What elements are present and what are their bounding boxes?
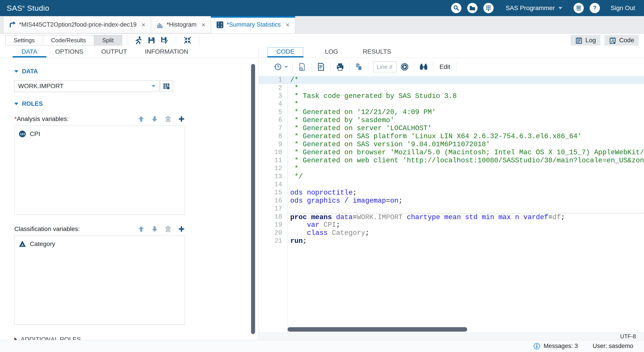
data-section-header[interactable]: DATA — [14, 68, 259, 75]
log-button[interactable]: Log — [570, 35, 600, 46]
code-line[interactable]: 20 class Category; — [259, 229, 644, 237]
code-line[interactable]: 10 * Generated on browser 'Mozilla/5.0 (… — [259, 148, 644, 157]
list-item[interactable]: A Category — [14, 239, 184, 249]
vertical-scrollbar[interactable] — [251, 64, 255, 334]
edit-button[interactable]: Edit — [438, 63, 452, 70]
save-icon[interactable] — [146, 35, 157, 46]
close-icon[interactable]: × — [286, 21, 290, 28]
code-line[interactable]: 3 * Task code generated by SAS Studio 3.… — [259, 92, 644, 100]
main-split: DATA OPTIONS OUTPUT INFORMATION DATA WOR… — [0, 47, 644, 340]
analysis-variables-list[interactable]: 123 CPI — [14, 126, 185, 215]
code-line[interactable]: 9 * Generated on SAS version '9.04.01M6P… — [259, 140, 644, 148]
code-line[interactable]: 4 * — [259, 100, 644, 108]
svg-text:x̄: x̄ — [221, 25, 222, 28]
toolbar-separator — [368, 62, 369, 72]
code-line[interactable]: 15ods noproctitle; — [259, 189, 644, 197]
add-icon[interactable] — [178, 116, 185, 122]
code-results-view-button[interactable]: Code/Results — [43, 35, 94, 45]
history-icon[interactable] — [273, 61, 288, 72]
code-button[interactable]: Code — [604, 35, 639, 46]
code-line[interactable]: 21run; — [259, 237, 644, 245]
document-toolbar: Settings Code/Results Split Log — [0, 33, 644, 47]
tab-summary-statistics[interactable]: Σασx̄ *Summary Statistics × — [211, 16, 295, 33]
sign-out-button[interactable]: Sign Out — [611, 4, 635, 12]
code-editor[interactable]: 1/*2 *3 * Task code generated by SAS Stu… — [259, 76, 644, 333]
code-line[interactable]: 12 * — [259, 165, 644, 173]
code-line[interactable]: 19 var CPI; — [259, 221, 644, 229]
code-line[interactable]: 2 * — [259, 84, 644, 92]
open-code-in-editor-icon[interactable] — [297, 61, 307, 72]
delete-icon[interactable] — [165, 226, 172, 232]
choose-table-button[interactable] — [160, 80, 173, 92]
tab-histogram[interactable]: *Histogram × — [151, 16, 211, 33]
tab-results[interactable]: RESULTS — [354, 47, 400, 57]
search-icon[interactable] — [451, 3, 462, 13]
status-bar: Messages: 3 User: sasdemo — [0, 340, 644, 352]
move-down-icon[interactable] — [151, 226, 158, 232]
code-line[interactable]: 7 * Generated on server 'LOCALHOST' — [259, 124, 644, 132]
additional-roles-header[interactable]: ADDITIONAL ROLES — [14, 336, 259, 340]
code-line[interactable]: 14 — [259, 181, 644, 189]
settings-tab-bar: DATA OPTIONS OUTPUT INFORMATION — [0, 47, 259, 58]
delete-icon[interactable] — [165, 116, 172, 122]
code-text: * Generated on web client 'http://localh… — [288, 157, 644, 165]
goto-line-icon[interactable] — [400, 61, 410, 72]
code-text: ods noproctitle; — [288, 189, 644, 197]
print-icon[interactable] — [335, 61, 345, 72]
messages-status[interactable]: Messages: 3 — [533, 343, 578, 350]
tab-options[interactable]: OPTIONS — [46, 47, 92, 57]
classification-variables-list[interactable]: A Category — [14, 236, 185, 325]
tab-information[interactable]: INFORMATION — [136, 47, 197, 57]
tab-log[interactable]: LOG — [316, 47, 347, 57]
code-line[interactable]: 11 * Generated on web client 'http://loc… — [259, 157, 644, 165]
code-line[interactable]: 6 * Generated by 'sasdemo' — [259, 116, 644, 124]
code-line[interactable]: 17 — [259, 205, 644, 213]
roles-section-header[interactable]: ROLES — [14, 100, 259, 107]
split-view-button[interactable]: Split — [94, 35, 122, 45]
dropdown-caret-icon — [152, 85, 156, 87]
close-icon[interactable]: × — [142, 21, 146, 28]
add-icon[interactable] — [178, 226, 185, 232]
tab-output[interactable]: OUTPUT — [92, 47, 136, 57]
tab-data[interactable]: DATA — [12, 47, 46, 57]
tab-program[interactable]: *MIS445CT2Option2food-price-index-dec19 … — [3, 16, 151, 33]
code-tab-bar: CODE LOG RESULTS — [259, 47, 644, 58]
move-up-icon[interactable] — [138, 226, 144, 232]
list-item[interactable]: 123 CPI — [14, 129, 184, 139]
run-icon[interactable] — [133, 35, 144, 46]
goto-line-input[interactable] — [373, 61, 396, 72]
tab-code[interactable]: CODE — [268, 47, 304, 57]
line-number: 20 — [259, 229, 288, 237]
code-line[interactable]: 13 */ — [259, 173, 644, 181]
find-icon[interactable] — [419, 61, 428, 72]
histogram-icon — [156, 21, 164, 28]
line-number: 12 — [259, 165, 288, 173]
horizontal-scrollbar[interactable] — [288, 327, 467, 332]
svg-text:Σ: Σ — [218, 22, 219, 25]
line-number: 14 — [259, 181, 288, 189]
copy-icon[interactable] — [354, 61, 364, 72]
code-line[interactable]: 5 * Generated on '12/21/20, 4:09 PM' — [259, 108, 644, 116]
format-code-icon[interactable]: ; — [316, 61, 326, 72]
code-line[interactable]: 16ods graphics / imagemap=on; — [259, 197, 644, 205]
code-line[interactable]: 1/* — [259, 76, 644, 84]
move-down-icon[interactable] — [151, 116, 158, 122]
code-text: class Category; — [288, 229, 644, 237]
line-number: 11 — [259, 157, 288, 165]
code-line[interactable]: 18proc means data=WORK.IMPORT chartype m… — [259, 213, 644, 221]
apps-icon[interactable] — [483, 3, 494, 13]
collapse-triangle-icon — [14, 103, 18, 105]
user-menu[interactable]: SAS Programmer — [506, 4, 562, 12]
line-number: 6 — [259, 116, 288, 124]
help-icon[interactable]: ? — [590, 3, 600, 13]
settings-view-button[interactable]: Settings — [5, 35, 43, 45]
code-line[interactable]: 8 * Generated on SAS platform 'Linux LIN… — [259, 132, 644, 140]
collapse-icon[interactable] — [182, 35, 193, 46]
save-as-icon[interactable] — [159, 35, 170, 46]
folder-icon[interactable] — [467, 3, 478, 13]
move-up-icon[interactable] — [138, 116, 144, 122]
close-icon[interactable]: × — [202, 21, 206, 28]
table-select[interactable]: WORK.IMPORT — [14, 80, 159, 92]
preferences-icon[interactable] — [574, 3, 584, 13]
program-icon — [9, 21, 16, 28]
